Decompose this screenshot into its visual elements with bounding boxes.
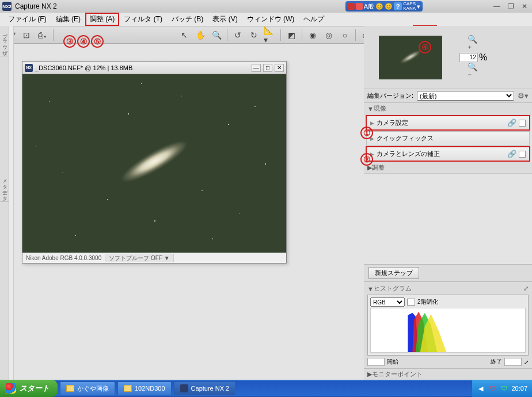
- app-icon: [180, 384, 188, 392]
- ime-help-icon[interactable]: ?: [394, 2, 402, 10]
- marker-4a: ④: [77, 35, 90, 48]
- ime-language-bar[interactable]: A般 😊😊 ? CAPSKANA ▾: [345, 1, 423, 12]
- window-maximize-button[interactable]: ❐: [506, 2, 516, 10]
- app-icon: NX2: [2, 2, 12, 11]
- window-close-button[interactable]: ✕: [519, 2, 530, 10]
- doc-maximize-button[interactable]: □: [263, 64, 272, 72]
- menu-window[interactable]: ウィンドウ (W): [242, 13, 299, 26]
- menu-edit[interactable]: 編集 (E): [51, 13, 85, 26]
- tray-icon-2[interactable]: 🛡: [488, 384, 496, 392]
- document-title: _DSC3060.NEF* @ 12% | 13.8MB: [35, 64, 132, 71]
- window-titlebar: NX2 Capture NX 2 A般 😊😊 ? CAPSKANA ▾ — ❐ …: [0, 0, 532, 13]
- step-camera-settings[interactable]: ▶カメラ設定 🔗: [366, 116, 530, 130]
- step-checkbox[interactable]: [519, 120, 526, 127]
- window-minimize-button[interactable]: —: [492, 2, 502, 10]
- document-window: NX _DSC3060.NEF* @ 12% | 13.8MB — □ ✕ Ni…: [22, 61, 287, 264]
- zoom-out-button[interactable]: 🔍⁻: [468, 66, 479, 77]
- menu-filter[interactable]: フィルタ (T): [119, 13, 167, 26]
- marker-2: ②: [360, 153, 373, 166]
- hist-end-label: 終了: [491, 358, 502, 366]
- document-icon: NX: [25, 64, 33, 72]
- galaxy-image: [89, 112, 219, 211]
- doc-minimize-button[interactable]: —: [252, 64, 261, 72]
- link-icon: 🔗: [507, 119, 516, 127]
- menu-bar: ファイル (F) 編集 (E) 調整 (A) フィルタ (T) バッチ (B) …: [0, 13, 532, 26]
- zoom-in-button[interactable]: 🔍⁺: [468, 39, 479, 49]
- step-camera-lens-correction[interactable]: ▶カメラとレンズの補正 🔗: [366, 147, 530, 161]
- tool-blackpoint[interactable]: ◉: [306, 28, 320, 42]
- left-gutter: [9, 26, 14, 380]
- tool-print[interactable]: ⎙▾: [36, 28, 50, 42]
- taskbar-item-3[interactable]: Capture NX 2: [174, 381, 236, 395]
- menu-adjust[interactable]: 調整 (A): [85, 13, 119, 26]
- system-tray[interactable]: ◀ 🛡 🛡 20:07: [472, 380, 532, 397]
- taskbar-item-2[interactable]: 102ND300: [117, 381, 172, 395]
- menu-batch[interactable]: バッチ (B): [167, 13, 208, 26]
- tab-browser[interactable]: ブラウザー: [0, 26, 10, 56]
- document-statusbar: Nikon Adobe RGB 4.0.0.3000 ソフトプルーフ OFF ▼: [22, 253, 286, 263]
- tool-whitepoint[interactable]: ○: [338, 28, 352, 42]
- edit-version-label: 編集バージョン:: [367, 91, 413, 100]
- edit-version-bar: 編集バージョン: (最新) ⚙▾: [364, 89, 532, 103]
- folder-icon: [124, 385, 132, 392]
- tool-straighten[interactable]: 📐▾: [263, 28, 277, 42]
- navigator-panel: 🔍⁺ % 🔍⁻: [364, 26, 532, 89]
- tool-rotate-cw[interactable]: ↻: [247, 28, 261, 42]
- tool-crop[interactable]: ◩: [284, 28, 298, 42]
- right-panel: 🔍⁺ % 🔍⁻ 編集バージョン: (最新) ⚙▾ ▼ 現像 ▶カメラ設定 🔗 ▶…: [364, 26, 532, 380]
- tool-hand[interactable]: ✋: [193, 28, 207, 42]
- histogram-channel-select[interactable]: RGB: [370, 297, 405, 307]
- tool-b[interactable]: ⊡: [20, 28, 33, 42]
- step-quick-fix[interactable]: ▶クイックフィックス: [366, 131, 530, 146]
- hist-expand-icon[interactable]: ⤢: [524, 359, 529, 365]
- image-canvas[interactable]: [22, 74, 286, 253]
- document-titlebar[interactable]: NX _DSC3060.NEF* @ 12% | 13.8MB — □ ✕: [22, 62, 286, 74]
- monitor-point-header[interactable]: ▶ モニターポイント: [364, 368, 532, 380]
- tab-meta[interactable]: メタデータ: [0, 171, 10, 202]
- marker-1: ①: [360, 127, 373, 139]
- tray-icon-3[interactable]: 🛡: [500, 384, 508, 392]
- hist-start-input[interactable]: [367, 358, 385, 366]
- color-profile-label: Nikon Adobe RGB 4.0.0.3000: [22, 255, 105, 261]
- marker-3: ③: [63, 35, 76, 48]
- tool-rotate-ccw[interactable]: ↺: [231, 28, 245, 42]
- windows-taskbar: スタート かぐや画像 102ND300 Capture NX 2 ◀ 🛡 🛡 2…: [0, 380, 532, 397]
- link-icon: 🔗: [507, 150, 516, 158]
- workspace: NX _DSC3060.NEF* @ 12% | 13.8MB — □ ✕ Ni…: [14, 44, 364, 380]
- tool-zoom[interactable]: 🔍: [210, 28, 223, 42]
- section-adjust-header[interactable]: ▶ 調整: [364, 162, 532, 174]
- left-dock: ブラウザー メタデータ: [0, 26, 9, 380]
- menu-view[interactable]: 表示 (V): [208, 13, 242, 26]
- folder-icon: [66, 385, 74, 392]
- new-step-button[interactable]: 新規ステップ: [368, 267, 419, 279]
- section-develop-header[interactable]: ▼ 現像: [364, 103, 532, 114]
- twotone-swatch[interactable]: [407, 299, 415, 306]
- menu-file[interactable]: ファイル (F): [3, 13, 51, 26]
- twotone-label: 2階調化: [417, 298, 438, 306]
- start-button[interactable]: スタート: [0, 380, 58, 397]
- edit-settings-icon[interactable]: ⚙▾: [518, 91, 529, 100]
- tool-pointer[interactable]: ↖: [177, 28, 191, 42]
- clock: 20:07: [511, 385, 527, 392]
- marker-5: ⑤: [91, 35, 104, 48]
- new-step-bar: 新規ステップ: [364, 264, 532, 281]
- menu-help[interactable]: ヘルプ: [299, 13, 329, 26]
- step-checkbox[interactable]: [519, 151, 526, 158]
- doc-close-button[interactable]: ✕: [275, 64, 284, 72]
- app-title: Capture NX 2: [15, 2, 57, 10]
- edit-version-select[interactable]: (最新): [417, 91, 514, 101]
- hist-start-label: 開始: [387, 358, 398, 366]
- histogram-canvas: [370, 308, 526, 353]
- edit-steps-section: ▼ 現像 ▶カメラ設定 🔗 ▶クイックフィックス ▶カメラとレンズの補正 🔗 ▶…: [364, 103, 532, 174]
- taskbar-item-1[interactable]: かぐや画像: [60, 381, 115, 395]
- windows-logo-icon: [6, 383, 16, 394]
- zoom-input[interactable]: [459, 53, 478, 62]
- hist-end-input[interactable]: [504, 358, 522, 366]
- navigator-thumbnail[interactable]: [379, 36, 442, 79]
- marker-4b: ④: [419, 41, 431, 54]
- tool-neutral[interactable]: ◎: [322, 28, 336, 42]
- histogram-expand-icon[interactable]: ⤢: [523, 285, 529, 292]
- softproof-toggle[interactable]: ソフトプルーフ OFF ▼: [105, 254, 173, 262]
- tray-icon-1[interactable]: ◀: [477, 384, 485, 392]
- ime-mode: A般: [364, 2, 374, 11]
